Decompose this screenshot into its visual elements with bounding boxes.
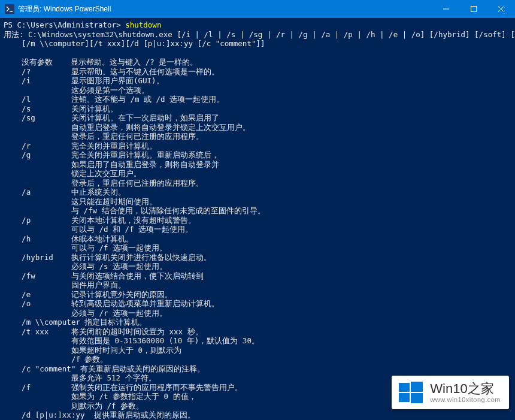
terminal-output[interactable]: PS C:\Users\Administrator> shutdown 用法: … (0, 18, 515, 420)
minimize-button[interactable] (432, 0, 460, 18)
powershell-window: 管理员: Windows PowerShell PS C:\Users\Admi… (0, 0, 515, 420)
window-controls (432, 0, 515, 18)
watermark-title: Win10之家 (430, 382, 501, 396)
svg-rect-5 (411, 382, 423, 392)
powershell-icon (5, 4, 14, 14)
watermark-text: Win10之家 www.win10xitong.com (430, 382, 501, 403)
close-button[interactable] (487, 0, 515, 18)
maximize-button[interactable] (460, 0, 487, 18)
titlebar[interactable]: 管理员: Windows PowerShell (0, 0, 515, 18)
svg-rect-1 (471, 7, 477, 12)
svg-rect-7 (411, 393, 423, 403)
watermark-url: www.win10xitong.com (430, 396, 501, 403)
watermark: Win10之家 www.win10xitong.com (392, 376, 509, 409)
windows-logo-icon (398, 379, 424, 406)
svg-rect-4 (399, 383, 410, 392)
window-title: 管理员: Windows PowerShell (18, 4, 432, 14)
svg-rect-6 (399, 393, 410, 402)
